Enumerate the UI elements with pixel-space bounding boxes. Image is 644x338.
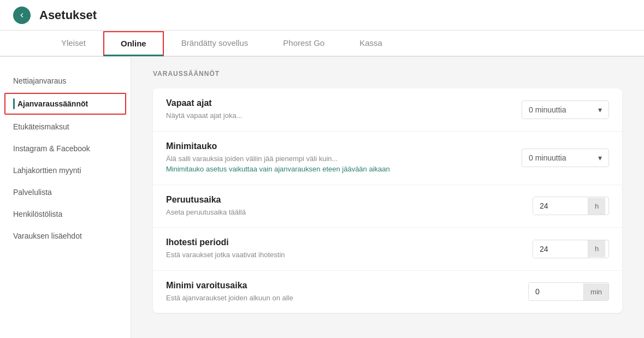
tab-kassa[interactable]: Kassa — [342, 31, 400, 57]
app-container: Asetukset Yleiset Online Brändätty sovel… — [0, 0, 644, 338]
setting-control-vapaat-ajat: 0 minuuttia ▾ — [522, 100, 609, 119]
tab-online[interactable]: Online — [103, 31, 164, 56]
setting-desc-minimitauko-2: Minimitauko asetus vaikuttaa vain ajanva… — [166, 164, 513, 175]
peruutusaika-input-group: h — [533, 197, 609, 215]
setting-info-peruutusaika: Peruutusaika Aseta peruutusaika täällä — [166, 195, 524, 218]
main-layout: Nettiajanvaraus Ajanvaraussäännöt Etukät… — [0, 57, 644, 338]
setting-info-vapaat-ajat: Vapaat ajat Näytä vapaat ajat joka... — [166, 98, 513, 121]
setting-desc-minimi-varoitusaika: Estä ajanvaraukset joiden alkuun on alle — [166, 293, 519, 304]
setting-info-ihotesti: Ihotesti periodi Estä varaukset jotka va… — [166, 238, 524, 260]
sidebar: Nettiajanvaraus Ajanvaraussäännöt Etukät… — [0, 57, 131, 338]
setting-row-peruutusaika: Peruutusaika Aseta peruutusaika täällä h — [153, 185, 622, 228]
sidebar-item-henkilostolista[interactable]: Henkilöstölista — [0, 203, 131, 225]
minimitauko-value: 0 minuuttia — [529, 153, 566, 162]
setting-row-minimi-varoitusaika: Minimi varoitusaika Estä ajanvaraukset j… — [153, 271, 622, 313]
setting-info-minimitauko: Minimitauko Älä salli varauksia joiden v… — [166, 141, 513, 175]
sidebar-item-nettiajanvaraus[interactable]: Nettiajanvaraus — [0, 70, 131, 92]
setting-control-minimitauko: 0 minuuttia ▾ — [522, 149, 609, 167]
content-area: VARAUSSÄÄNNÖT Vapaat ajat Näytä vapaat a… — [131, 57, 644, 338]
setting-desc-ihotesti: Estä varaukset jotka vaativat ihotestin — [166, 250, 524, 260]
tab-phorest-go[interactable]: Phorest Go — [265, 31, 342, 57]
setting-row-minimitauko: Minimitauko Älä salli varauksia joiden v… — [153, 132, 622, 185]
setting-control-minimi-varoitusaika: min — [528, 282, 609, 301]
header: Asetukset — [0, 0, 644, 31]
vapaat-ajat-value: 0 minuuttia — [529, 105, 566, 114]
ihotesti-input[interactable] — [533, 240, 588, 258]
setting-name-ihotesti: Ihotesti periodi — [166, 238, 524, 247]
setting-desc-minimitauko-1: Älä salli varauksia joiden väliin jää pi… — [166, 153, 513, 164]
setting-row-vapaat-ajat: Vapaat ajat Näytä vapaat ajat joka... 0 … — [153, 88, 622, 132]
sidebar-item-ajanvaraussaannot[interactable]: Ajanvaraussäännöt — [4, 93, 126, 115]
sidebar-item-varauksen-lisaehdot[interactable]: Varauksen lisäehdot — [0, 225, 131, 247]
sidebar-item-lahjakorttien-myynti[interactable]: Lahjakorttien myynti — [0, 159, 131, 181]
section-title: VARAUSSÄÄNNÖT — [153, 70, 622, 78]
ihotesti-suffix: h — [588, 240, 605, 257]
vapaat-ajat-select[interactable]: 0 minuuttia ▾ — [522, 100, 609, 119]
sidebar-item-instagram-facebook[interactable]: Instagram & Facebook — [0, 138, 131, 159]
peruutusaika-input[interactable] — [533, 197, 588, 215]
setting-name-minimi-varoitusaika: Minimi varoitusaika — [166, 281, 519, 290]
setting-desc-peruutusaika: Aseta peruutusaika täällä — [166, 207, 524, 218]
setting-name-peruutusaika: Peruutusaika — [166, 195, 524, 205]
chevron-down-icon: ▾ — [598, 153, 602, 162]
peruutusaika-suffix: h — [588, 198, 605, 215]
tabs-bar: Yleiset Online Brändätty sovellus Phores… — [0, 31, 644, 57]
ihotesti-input-group: h — [533, 240, 609, 258]
minimi-varoitusaika-input-group: min — [528, 282, 609, 301]
setting-row-ihotesti: Ihotesti periodi Estä varaukset jotka va… — [153, 228, 622, 271]
minimitauko-select[interactable]: 0 minuuttia ▾ — [522, 149, 609, 167]
tab-brandatty[interactable]: Brändätty sovellus — [164, 31, 266, 57]
sidebar-item-etukateismaksut[interactable]: Etukäteismaksut — [0, 116, 131, 138]
chevron-down-icon: ▾ — [598, 105, 602, 114]
settings-card: Vapaat ajat Näytä vapaat ajat joka... 0 … — [153, 88, 622, 313]
minimi-varoitusaika-input[interactable] — [529, 283, 583, 300]
minimi-varoitusaika-suffix: min — [583, 283, 608, 300]
setting-info-minimi-varoitusaika: Minimi varoitusaika Estä ajanvaraukset j… — [166, 281, 519, 304]
tab-yleiset[interactable]: Yleiset — [44, 31, 103, 57]
setting-desc-vapaat-ajat: Näytä vapaat ajat joka... — [166, 110, 513, 121]
back-button[interactable] — [13, 7, 31, 24]
sidebar-item-palvelulista[interactable]: Palvelulista — [0, 181, 131, 203]
setting-control-ihotesti: h — [533, 240, 609, 258]
setting-name-minimitauko: Minimitauko — [166, 141, 513, 151]
setting-name-vapaat-ajat: Vapaat ajat — [166, 98, 513, 108]
chevron-left-icon — [17, 11, 26, 20]
page-title: Asetukset — [39, 8, 97, 22]
setting-control-peruutusaika: h — [533, 197, 609, 215]
